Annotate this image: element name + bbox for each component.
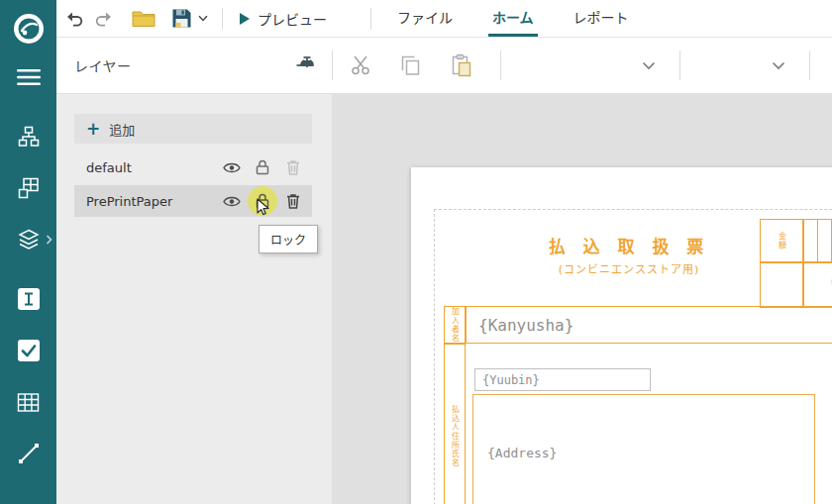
- payer-label-cell: 払込人住所氏名: [444, 344, 466, 504]
- layer-lock-button[interactable]: [253, 155, 272, 179]
- line-tool-icon[interactable]: [0, 428, 56, 479]
- table-tool-icon[interactable]: [0, 376, 56, 428]
- plus-icon: +: [86, 121, 100, 138]
- tab-home[interactable]: ホーム: [488, 0, 538, 37]
- layer-visibility-button[interactable]: [222, 189, 242, 213]
- amount-label-cell: 金額: [760, 219, 803, 262]
- layer-name: PrePrintPaper: [86, 194, 211, 209]
- dropdown-chevron-icon[interactable]: [642, 61, 656, 70]
- report-page[interactable]: 払 込 取 扱 票 (コンビニエンスストア用) 金額 ( 加入者名 {Kanyu…: [411, 167, 832, 504]
- ribbon-separator: [809, 50, 810, 80]
- lock-tooltip: ロック: [259, 225, 318, 253]
- postal-field[interactable]: {Yuubin}: [474, 368, 651, 391]
- layer-delete-button[interactable]: [283, 155, 303, 179]
- form-subtitle: (コンビニエンスストア用): [490, 260, 768, 276]
- tab-file[interactable]: ファイル: [393, 0, 457, 37]
- ribbon-bar: レイヤー: [56, 38, 832, 94]
- form-cell: [760, 262, 803, 308]
- amount-digit-cells: [803, 219, 832, 262]
- sidebar: [0, 0, 56, 504]
- ribbon-separator: [500, 50, 501, 80]
- app-logo: [0, 6, 56, 51]
- layers-flyout-chevron-icon: [46, 231, 52, 250]
- undo-button[interactable]: [64, 0, 84, 37]
- content-area: + 追加 default PrePrintPaper: [56, 94, 832, 504]
- form-title: 払 込 取 扱 票: [490, 233, 768, 257]
- panel-header: レイヤー: [56, 38, 332, 93]
- payee-label-cell: 加入者名: [444, 306, 466, 344]
- add-layer-button[interactable]: + 追加: [74, 114, 312, 144]
- report-parts-tool-icon[interactable]: [0, 162, 56, 214]
- layer-visibility-button[interactable]: [222, 155, 242, 179]
- menu-tabs: ファイル ホーム レポート: [393, 0, 665, 37]
- toolbar-separator: [222, 8, 223, 30]
- report-designer-window: プレビュー ファイル ホーム レポート レイヤー: [0, 0, 832, 504]
- address-field[interactable]: {Address}: [472, 394, 815, 504]
- layer-delete-button[interactable]: [283, 189, 303, 213]
- pin-panel-button[interactable]: [294, 55, 316, 75]
- main-area: プレビュー ファイル ホーム レポート レイヤー: [56, 0, 832, 504]
- copy-button[interactable]: [400, 54, 421, 76]
- redo-button[interactable]: [94, 0, 114, 37]
- form-cell: (: [803, 262, 832, 308]
- design-canvas[interactable]: 払 込 取 扱 票 (コンビニエンスストア用) 金額 ( 加入者名 {Kanyu…: [332, 94, 832, 504]
- add-layer-label: 追加: [109, 120, 135, 139]
- open-file-button[interactable]: [132, 0, 156, 37]
- textbox-tool-icon[interactable]: [0, 273, 56, 325]
- payee-field[interactable]: {Kanyusha}: [466, 306, 832, 344]
- dropdown-chevron-icon[interactable]: [772, 61, 785, 70]
- panel-title: レイヤー: [74, 55, 132, 75]
- preview-button[interactable]: プレビュー: [239, 0, 327, 37]
- save-button[interactable]: [171, 0, 192, 37]
- toolbar-separator: [370, 8, 371, 30]
- layer-lock-button[interactable]: [253, 189, 272, 213]
- cut-button[interactable]: [351, 54, 372, 76]
- ribbon-icons: [333, 38, 832, 93]
- layers-panel: + 追加 default PrePrintPaper: [56, 94, 332, 504]
- layer-row-default[interactable]: default: [74, 151, 312, 183]
- structure-tool-icon[interactable]: [0, 111, 56, 162]
- ribbon-separator: [679, 50, 680, 80]
- top-toolbar: プレビュー ファイル ホーム レポート: [56, 0, 832, 38]
- layer-name: default: [86, 160, 211, 175]
- tab-report[interactable]: レポート: [570, 0, 633, 37]
- preview-label: プレビュー: [258, 9, 327, 29]
- checkbox-tool-icon[interactable]: [0, 325, 56, 376]
- layers-tool-icon[interactable]: [0, 214, 56, 265]
- paste-button[interactable]: [451, 53, 472, 77]
- save-dropdown-chevron-icon[interactable]: [198, 0, 208, 37]
- menu-button[interactable]: [0, 51, 56, 103]
- layer-row-preprintpaper[interactable]: PrePrintPaper: [74, 185, 312, 217]
